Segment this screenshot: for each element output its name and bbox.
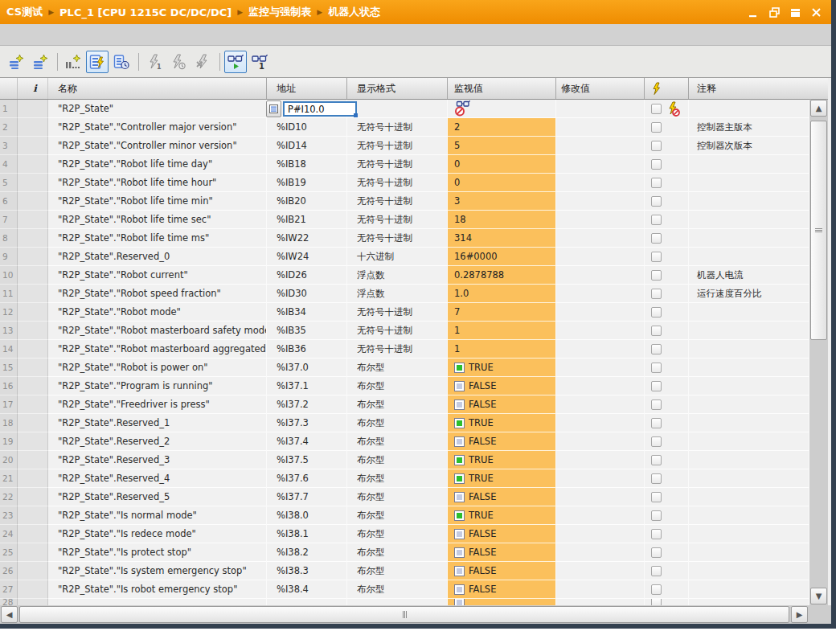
address-cell[interactable]: %ID14 (267, 137, 347, 155)
tag-name-cell[interactable]: "R2P_State"."Is protect stop" (48, 543, 267, 562)
modify-value-cell[interactable] (556, 469, 645, 488)
minimize-button[interactable] (748, 7, 759, 18)
address-input[interactable]: P#I10.0 (283, 101, 357, 117)
modify-checkbox[interactable] (651, 584, 662, 595)
address-cell[interactable]: %I37.7 (267, 488, 347, 506)
table-row[interactable]: 19 "R2P_State".Reserved_2 %I37.4 布尔型 FAL… (0, 432, 809, 451)
address-cell[interactable]: %I38.2 (267, 543, 347, 562)
maximize-button[interactable] (789, 7, 801, 18)
vertical-scrollbar-thumb[interactable] (810, 121, 827, 340)
display-format-cell[interactable]: 布尔型 (347, 359, 448, 377)
display-format-cell[interactable]: 布尔型 (347, 377, 448, 395)
modify-checkbox[interactable] (651, 399, 662, 410)
modify-value-cell[interactable] (556, 488, 645, 506)
modify-checkbox[interactable] (651, 122, 662, 133)
insert-row-button[interactable] (5, 51, 27, 73)
tag-name-cell[interactable]: "R2P_State".Reserved_3 (48, 451, 267, 469)
modify-value-cell[interactable] (556, 506, 645, 525)
modify-value-cell[interactable] (556, 432, 645, 451)
address-cell[interactable]: %I38.0 (267, 506, 347, 525)
table-row[interactable]: 24 "R2P_State"."Is redece mode" %I38.1 布… (0, 525, 809, 543)
header-modify-enable[interactable] (645, 78, 689, 99)
tag-name-cell[interactable]: "R2P_State"."Robot current" (48, 266, 267, 285)
comment-cell[interactable] (689, 155, 809, 174)
modify-now-button[interactable]: 1 (143, 51, 166, 73)
header-name[interactable]: 名称 (48, 78, 267, 99)
modify-value-cell[interactable] (556, 248, 645, 266)
address-cell[interactable]: %IB21 (267, 211, 347, 229)
comment-cell[interactable] (689, 432, 809, 451)
insert-additional-rows-button[interactable] (62, 51, 84, 73)
comment-cell[interactable] (689, 340, 809, 359)
modify-value-cell[interactable] (556, 395, 645, 414)
comment-cell[interactable] (689, 395, 809, 414)
comment-cell[interactable] (689, 488, 809, 506)
table-row[interactable]: 2 "R2P_State"."Controller major version"… (0, 118, 809, 137)
modify-checkbox[interactable] (651, 344, 662, 354)
modify-checkbox[interactable] (651, 233, 662, 244)
comment-cell[interactable]: 控制器主版本 (689, 118, 809, 137)
table-row[interactable]: 13 "R2P_State"."Robot masterboard safety… (0, 322, 809, 340)
display-format-cell[interactable]: 无符号十进制 (347, 229, 448, 248)
modify-value-cell[interactable] (556, 377, 645, 395)
comment-cell[interactable] (689, 377, 809, 395)
modify-value-cell[interactable] (556, 266, 645, 285)
tag-name-cell[interactable]: "R2P_State"."Controller minor version" (48, 137, 267, 155)
comment-cell[interactable] (689, 229, 809, 248)
table-row[interactable]: 18 "R2P_State".Reserved_1 %I37.3 布尔型 TRU… (0, 414, 809, 432)
comment-cell[interactable] (689, 192, 809, 211)
tag-name-cell[interactable]: "R2P_State"."Robot life time ms" (48, 229, 267, 248)
modify-checkbox[interactable] (651, 141, 662, 151)
address-cell[interactable]: %I38.3 (267, 562, 347, 580)
modify-checkbox[interactable] (651, 196, 662, 207)
address-cell[interactable]: %IB35 (267, 322, 347, 340)
comment-cell[interactable] (689, 451, 809, 469)
table-row[interactable]: 17 "R2P_State"."Freedriver is press" %I3… (0, 395, 809, 414)
modify-value-cell[interactable] (556, 414, 645, 432)
table-row[interactable]: 25 "R2P_State"."Is protect stop" %I38.2 … (0, 543, 809, 562)
modify-value-cell[interactable] (556, 525, 645, 543)
display-format-cell[interactable]: 无符号十进制 (347, 174, 448, 192)
modify-value-cell[interactable] (556, 359, 645, 377)
modify-checkbox[interactable] (651, 510, 662, 521)
tag-name-cell[interactable]: "R2P_State"."Robot life time min" (48, 192, 267, 211)
show-trigger-columns-button[interactable] (110, 51, 133, 73)
comment-cell[interactable]: 机器人电流 (689, 266, 809, 285)
scroll-up-button[interactable]: ▲ (810, 100, 827, 117)
modify-value-cell[interactable] (556, 322, 645, 340)
header-indicator[interactable]: i (18, 78, 48, 99)
modify-checkbox[interactable] (651, 363, 662, 373)
modify-checkbox[interactable] (651, 381, 662, 391)
breadcrumb-project[interactable]: CS测试 (6, 5, 43, 19)
tag-name-cell[interactable]: "R2P_State" (48, 100, 267, 118)
header-modify-value[interactable]: 修改值 (556, 78, 645, 99)
display-format-cell[interactable]: 布尔型 (347, 543, 448, 562)
address-cell[interactable]: %I37.0 (267, 359, 347, 377)
monitor-all-button[interactable] (224, 51, 247, 73)
comment-cell[interactable]: 控制器次版本 (689, 137, 809, 155)
modify-checkbox[interactable] (651, 270, 662, 281)
display-format-cell[interactable]: 无符号十进制 (347, 118, 448, 137)
close-button[interactable] (810, 7, 822, 18)
table-row[interactable]: 23 "R2P_State"."Is normal mode" %I38.0 布… (0, 506, 809, 525)
address-cell[interactable]: %IB19 (267, 174, 347, 192)
modify-value-cell[interactable] (556, 100, 645, 118)
comment-cell[interactable] (689, 211, 809, 229)
tag-name-cell[interactable]: "R2P_State"."Is system emergency stop" (48, 562, 267, 580)
tag-name-cell[interactable]: "R2P_State"."Freedriver is press" (48, 395, 267, 414)
address-list-button[interactable] (266, 100, 281, 117)
header-address[interactable]: 地址 (267, 78, 347, 99)
address-cell[interactable]: %I37.5 (267, 451, 347, 469)
modify-value-cell[interactable] (556, 285, 645, 303)
display-format-cell[interactable]: 十六进制 (347, 248, 448, 266)
modify-checkbox[interactable] (651, 529, 662, 539)
modify-checkbox[interactable] (651, 307, 662, 318)
address-cell[interactable]: %IB20 (267, 192, 347, 211)
tag-name-cell[interactable]: "R2P_State"."Is redece mode" (48, 525, 267, 543)
tag-name-cell[interactable]: "R2P_State"."Robot speed fraction" (48, 285, 267, 303)
address-cell[interactable]: P#I10.0 (267, 100, 347, 118)
modify-value-cell[interactable] (556, 562, 645, 580)
table-row[interactable]: 9 "R2P_State".Reserved_0 %IW24 十六进制 16#0… (0, 248, 809, 266)
address-cell[interactable]: %I38.4 (267, 580, 347, 599)
display-format-cell[interactable]: 浮点数 (347, 266, 448, 285)
